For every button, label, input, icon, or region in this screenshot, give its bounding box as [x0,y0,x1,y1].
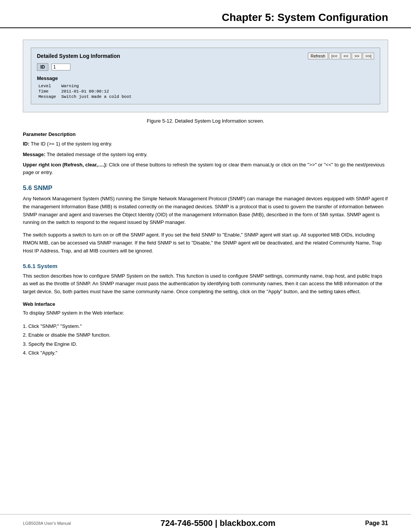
param-message-text: The detailed message of the system log e… [47,152,148,157]
panel-header-row: Detailed System Log Information Refresh … [37,53,374,59]
footer-page: Page 31 [365,520,388,527]
param-message-label: Message: [23,152,45,157]
main-content: Detailed System Log Information Refresh … [0,40,411,357]
time-value: 2011-01-01 00:00:12 [60,89,135,94]
message-label: Message [37,94,60,99]
system-section: 5.6.1 System This section describes how … [23,263,388,358]
table-row: Time 2011-01-01 00:00:12 [37,89,135,94]
steps-list: 1. Click "SNMP," "System." 2. Enable or … [23,322,388,358]
param-upper-right-label: Upper right icon (Refresh, clear,….): [23,162,109,168]
table-row: Level Warning [37,83,135,89]
figure-caption: Figure 5-12. Detailed System Log Informa… [23,118,388,124]
system-para1: This section describes how to configure … [23,272,388,296]
web-interface-title: Web Interface [23,301,388,307]
chapter-title: Chapter 5: System Configuration [23,11,388,24]
message-value: Switch just made a cold boot [60,94,135,99]
level-value: Warning [60,83,135,89]
list-item: 2. Enable or disable the SNMP function. [23,331,388,339]
refresh-button[interactable]: Refresh [308,53,328,59]
level-label: Level [37,83,60,89]
page-footer: LGB5028A User's Manual 724-746-5500 | bl… [0,514,411,532]
param-message: Message: The detailed message of the sys… [23,151,388,158]
param-id-text: The ID (>= 1) of the system log entry. [31,141,112,147]
log-table: Level Warning Time 2011-01-01 00:00:12 M… [37,83,135,99]
param-desc-section: Parameter Description ID: The ID (>= 1) … [23,131,388,176]
footer-manual: LGB5028A User's Manual [23,521,71,526]
prev-page-button[interactable]: << [341,53,351,59]
figure-box: Detailed System Log Information Refresh … [23,40,388,112]
id-row: ID [37,63,374,71]
system-heading: 5.6.1 System [23,263,388,269]
list-item: 4. Click "Apply." [23,348,388,357]
web-interface-intro: To display SNMP system in the Web interf… [23,309,388,317]
detailed-log-panel: Detailed System Log Information Refresh … [31,48,380,104]
snmp-heading: 5.6 SNMP [23,184,388,192]
id-input[interactable] [51,64,70,70]
list-item: 3. Specify the Engine ID. [23,340,388,348]
snmp-para1: Any Network Management System (NMS) runn… [23,195,388,227]
list-item: 1. Click "SNMP," "System." [23,322,388,331]
footer-phone: 724-746-5500 | blackbox.com [161,518,276,528]
message-section-title: Message [37,75,374,81]
snmp-para2: The switch supports a switch to turn on … [23,231,388,255]
param-desc-title: Parameter Description [23,131,388,137]
time-label: Time [37,89,60,94]
first-page-button[interactable]: |<< [329,53,340,59]
last-page-button[interactable]: >>| [363,53,374,59]
panel-title: Detailed System Log Information [37,53,120,59]
nav-buttons: Refresh |<< << >> >>| [308,53,374,59]
next-page-button[interactable]: >> [352,53,362,59]
page-header: Chapter 5: System Configuration [0,0,411,28]
param-id: ID: The ID (>= 1) of the system log entr… [23,140,388,148]
snmp-section: 5.6 SNMP Any Network Management System (… [23,184,388,255]
id-label: ID [37,63,48,71]
param-id-label: ID: [23,141,29,147]
param-upper-right: Upper right icon (Refresh, clear,….): Cl… [23,161,388,176]
table-row: Message Switch just made a cold boot [37,94,135,99]
